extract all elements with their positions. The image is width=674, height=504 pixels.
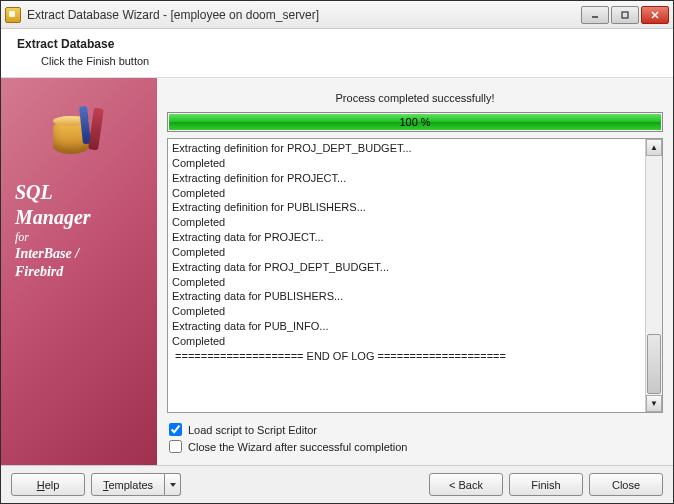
svg-rect-1 <box>622 12 628 18</box>
hammer-icon <box>88 108 104 151</box>
titlebar[interactable]: Extract Database Wizard - [employee on d… <box>1 1 673 29</box>
maximize-icon <box>620 10 630 20</box>
status-message: Process completed successfully! <box>167 86 663 112</box>
log-output: Extracting definition for PROJ_DEPT_BUDG… <box>167 138 663 413</box>
help-label: elp <box>45 479 60 491</box>
page-title: Extract Database <box>17 37 657 51</box>
wizard-header: Extract Database Click the Finish button <box>1 29 673 77</box>
chevron-down-icon <box>169 481 177 489</box>
log-text[interactable]: Extracting definition for PROJ_DEPT_BUDG… <box>168 139 645 412</box>
templates-label: emplates <box>108 479 153 491</box>
scrollbar[interactable]: ▲ ▼ <box>645 139 662 412</box>
content-area: SQL Manager for InterBase / Firebird Pro… <box>1 77 673 465</box>
maximize-button[interactable] <box>611 6 639 24</box>
scroll-track[interactable] <box>646 156 662 395</box>
close-icon <box>650 10 660 20</box>
product-icon <box>47 106 111 162</box>
load-script-checkbox[interactable] <box>169 423 182 436</box>
load-script-label: Load script to Script Editor <box>188 424 317 436</box>
load-script-option[interactable]: Load script to Script Editor <box>169 421 661 438</box>
scroll-down-button[interactable]: ▼ <box>646 395 662 412</box>
product-line4: InterBase / <box>15 245 91 263</box>
progress-bar: 100 % <box>167 112 663 132</box>
back-button[interactable]: < Back <box>429 473 503 496</box>
minimize-icon <box>590 10 600 20</box>
product-line2: Manager <box>15 205 91 230</box>
minimize-button[interactable] <box>581 6 609 24</box>
app-icon <box>5 7 21 23</box>
page-subtitle: Click the Finish button <box>17 51 657 71</box>
window-controls <box>581 6 669 24</box>
footer-buttons: Help Templates < Back Finish Close <box>1 465 673 503</box>
options-panel: Load script to Script Editor Close the W… <box>167 413 663 459</box>
finish-button[interactable]: Finish <box>509 473 583 496</box>
svg-marker-4 <box>170 483 176 487</box>
close-button[interactable]: Close <box>589 473 663 496</box>
close-after-label: Close the Wizard after successful comple… <box>188 441 407 453</box>
scroll-thumb[interactable] <box>647 334 661 394</box>
product-line3: for <box>15 230 91 245</box>
window-title: Extract Database Wizard - [employee on d… <box>27 8 581 22</box>
close-after-checkbox[interactable] <box>169 440 182 453</box>
wizard-window: Extract Database Wizard - [employee on d… <box>0 0 674 504</box>
product-name: SQL Manager for InterBase / Firebird <box>15 180 91 280</box>
sidebar-banner: SQL Manager for InterBase / Firebird <box>1 78 157 465</box>
scroll-up-button[interactable]: ▲ <box>646 139 662 156</box>
templates-group: Templates <box>91 473 181 496</box>
product-line5: Firebird <box>15 263 91 281</box>
templates-dropdown-button[interactable] <box>165 473 181 496</box>
help-button[interactable]: Help <box>11 473 85 496</box>
close-after-option[interactable]: Close the Wizard after successful comple… <box>169 438 661 455</box>
main-panel: Process completed successfully! 100 % Ex… <box>157 78 673 465</box>
templates-button[interactable]: Templates <box>91 473 165 496</box>
product-line1: SQL <box>15 180 91 205</box>
progress-text: 100 % <box>168 113 662 131</box>
close-window-button[interactable] <box>641 6 669 24</box>
